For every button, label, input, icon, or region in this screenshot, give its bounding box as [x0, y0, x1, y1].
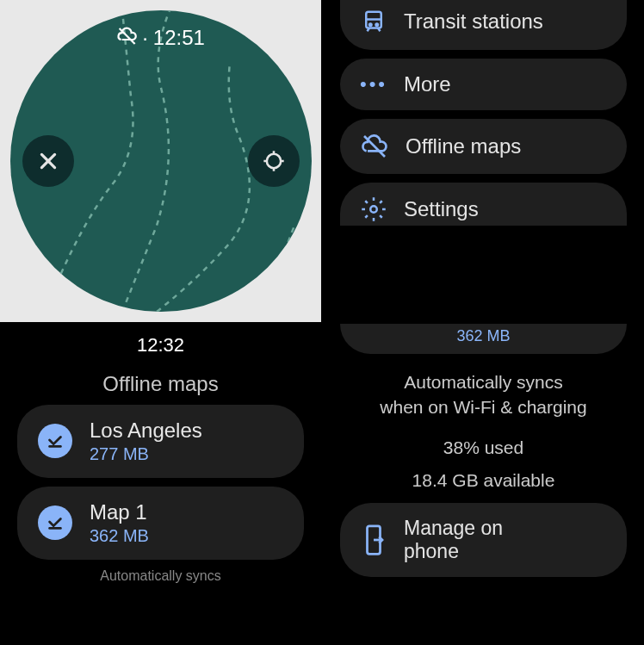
transit-icon	[361, 9, 387, 34]
status-dot: ·	[142, 26, 148, 50]
panel-menu-list: Transit stations ••• More Offline maps S…	[323, 0, 644, 322]
downloaded-icon	[38, 424, 72, 458]
status-time: 12:32	[0, 334, 321, 357]
map-watch-face[interactable]: · 12:51	[10, 10, 312, 312]
svg-point-3	[266, 154, 280, 168]
manage-line-1: Manage on	[404, 517, 503, 540]
storage-used: 38% used	[323, 435, 644, 460]
menu-item-more[interactable]: ••• More	[340, 59, 627, 110]
status-bar: · 12:51	[116, 26, 205, 50]
locate-button[interactable]	[248, 135, 300, 187]
gear-icon	[361, 196, 387, 222]
panel-map-view: · 12:51	[0, 0, 321, 322]
close-icon	[37, 150, 59, 172]
menu-label: Transit stations	[404, 9, 543, 34]
map-name: Map 1	[90, 500, 149, 524]
storage-available: 18.4 GB available	[323, 468, 644, 493]
status-time: 12:51	[153, 26, 205, 50]
cloud-off-icon	[361, 133, 388, 160]
map-item-text: Map 1 362 MB	[90, 500, 149, 546]
page-title: Offline maps	[0, 372, 321, 396]
menu-label: Offline maps	[406, 134, 521, 158]
svg-line-14	[364, 136, 385, 157]
panel-offline-maps-list: 12:32 Offline maps Los Angeles 277 MB Ma…	[0, 324, 321, 646]
map-size: 277 MB	[90, 444, 202, 464]
svg-line-0	[119, 28, 134, 44]
watch-face-container: · 12:51	[0, 0, 321, 322]
offline-cloud-icon	[116, 26, 137, 50]
offline-map-item[interactable]: Map 1 362 MB	[17, 487, 304, 560]
manage-label-wrap: Manage on phone	[404, 517, 503, 563]
svg-point-15	[370, 206, 377, 213]
more-icon: •••	[361, 73, 387, 96]
map-size: 362 MB	[456, 327, 510, 345]
map-name: Los Angeles	[90, 419, 202, 443]
storage-stats: 38% used 18.4 GB available	[323, 435, 644, 493]
svg-point-10	[369, 24, 372, 27]
sync-line-1: Automatically syncs	[330, 369, 637, 394]
manage-on-phone-button[interactable]: Manage on phone	[340, 503, 627, 577]
close-button[interactable]	[22, 135, 74, 187]
offline-map-item[interactable]: Los Angeles 277 MB	[17, 405, 304, 478]
menu-item-offline-maps[interactable]: Offline maps	[340, 119, 627, 174]
sync-description: Automatically syncs when on Wi-Fi & char…	[330, 369, 637, 420]
top-map-peek[interactable]: 362 MB	[340, 324, 627, 354]
map-size: 362 MB	[90, 526, 149, 546]
menu-item-transit[interactable]: Transit stations	[340, 0, 627, 50]
downloaded-icon	[38, 505, 72, 540]
menu-label: More	[404, 72, 451, 96]
manage-line-2: phone	[404, 540, 503, 563]
phone-export-icon	[361, 524, 387, 556]
locate-icon	[262, 149, 286, 173]
svg-point-11	[376, 24, 379, 27]
panel-storage-info: 362 MB Automatically syncs when on Wi-Fi…	[323, 324, 644, 646]
sync-line-2: when on Wi-Fi & charging	[330, 394, 637, 419]
sync-note: Automatically syncs	[0, 568, 321, 584]
map-item-text: Los Angeles 277 MB	[90, 419, 202, 464]
menu-label: Settings	[404, 197, 479, 221]
menu-item-settings[interactable]: Settings	[340, 183, 627, 226]
